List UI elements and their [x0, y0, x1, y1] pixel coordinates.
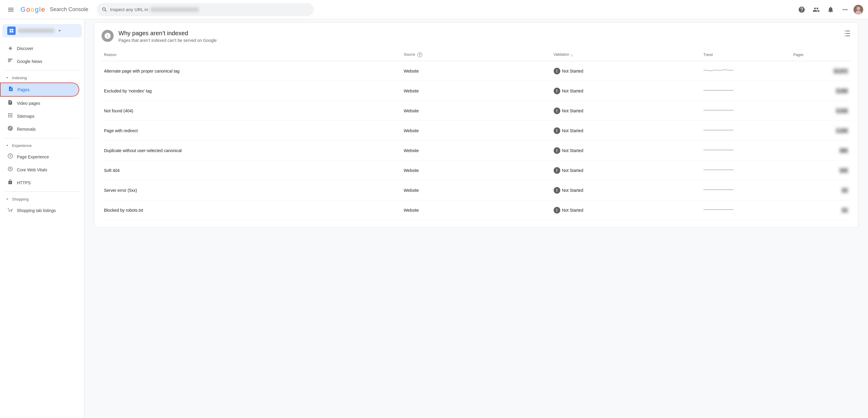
- google-logo: Google: [21, 6, 45, 13]
- cell-reason: Not found (404): [101, 101, 401, 121]
- svg-rect-9: [8, 61, 11, 61]
- sidebar-item-page-experience[interactable]: Page Experience: [0, 150, 79, 163]
- validation-label: Not Started: [562, 89, 584, 93]
- cell-pages: 41,671: [791, 61, 851, 81]
- video-pages-icon: [7, 100, 13, 107]
- validation-label: Not Started: [562, 69, 584, 73]
- svg-rect-4: [12, 29, 13, 30]
- menu-button[interactable]: [5, 4, 17, 15]
- sidebar-item-core-web-vitals[interactable]: Core Web Vitals: [0, 163, 79, 176]
- indexing-section-label: Indexing: [12, 75, 27, 80]
- google-news-label: Google News: [17, 59, 42, 64]
- validation-label: Not Started: [562, 148, 584, 153]
- cell-trend: [701, 161, 791, 181]
- validation-status-icon: !: [554, 207, 560, 214]
- cell-pages: 540: [791, 161, 851, 181]
- pages-value: 41,671: [833, 68, 848, 74]
- table-row[interactable]: Not found (404)Website!Not Started3,100: [101, 101, 851, 121]
- cell-trend: [701, 81, 791, 101]
- cell-source: Website: [401, 161, 551, 181]
- accounts-button[interactable]: [810, 4, 822, 15]
- sidebar-item-shopping-tab[interactable]: Shopping tab listings: [0, 204, 79, 217]
- table-row[interactable]: Soft 404Website!Not Started540: [101, 161, 851, 181]
- sitemaps-label: Sitemaps: [17, 114, 34, 119]
- validation-status-icon: !: [554, 88, 560, 94]
- table-row[interactable]: Alternate page with proper canonical tag…: [101, 61, 851, 81]
- validation-label: Not Started: [562, 108, 584, 113]
- sort-down-icon: ↓: [571, 53, 573, 57]
- cell-trend: [701, 141, 791, 161]
- page-experience-icon: [7, 153, 13, 160]
- cell-trend: [701, 181, 791, 200]
- cell-validation: !Not Started: [551, 101, 701, 121]
- cell-reason: Page with redirect: [101, 121, 401, 141]
- experience-section-header[interactable]: Experience: [0, 141, 84, 150]
- search-icon: [101, 7, 107, 13]
- validation-status-icon: !: [554, 167, 560, 174]
- sidebar-item-google-news[interactable]: Google News: [0, 55, 79, 68]
- google-news-icon: [7, 58, 13, 65]
- pages-value: 3,100: [835, 108, 848, 114]
- cell-pages: 1,200: [791, 121, 851, 141]
- sitemaps-icon: [7, 112, 13, 120]
- sidebar-item-removals[interactable]: Removals: [0, 123, 79, 135]
- cell-validation: !Not Started: [551, 121, 701, 141]
- indexing-section-header[interactable]: Indexing: [0, 73, 84, 83]
- shopping-tab-label: Shopping tab listings: [17, 208, 56, 213]
- cell-pages: 61: [791, 200, 851, 220]
- sidebar-item-discover[interactable]: ✳ Discover: [0, 42, 79, 55]
- cell-source: Website: [401, 181, 551, 200]
- table-row[interactable]: Page with redirectWebsite!Not Started1,2…: [101, 121, 851, 141]
- validation-status-icon: !: [554, 68, 560, 74]
- cell-trend: [701, 121, 791, 141]
- experience-section-label: Experience: [12, 143, 32, 148]
- user-avatar[interactable]: [854, 5, 863, 14]
- core-web-vitals-icon: [7, 166, 13, 173]
- sidebar-item-sitemaps[interactable]: Sitemaps: [0, 109, 79, 123]
- table-row[interactable]: Blocked by robots.txtWebsite!Not Started…: [101, 200, 851, 220]
- card-title: Why pages aren’t indexed: [119, 30, 217, 37]
- trend-chart: [704, 205, 734, 214]
- cell-source: Website: [401, 101, 551, 121]
- table-row[interactable]: Excluded by ‘noindex’ tagWebsite!Not Sta…: [101, 81, 851, 101]
- cell-validation: !Not Started: [551, 161, 701, 181]
- source-help-icon: ?: [417, 53, 422, 57]
- cell-reason: Soft 404: [101, 161, 401, 181]
- removals-label: Removals: [17, 127, 36, 132]
- shopping-section-header[interactable]: Shopping: [0, 194, 84, 204]
- cell-reason: Alternate page with proper canonical tag: [101, 61, 401, 81]
- experience-collapse-icon: [5, 143, 10, 148]
- pages-value: 540: [839, 167, 848, 173]
- col-header-source[interactable]: Source ?: [401, 49, 551, 61]
- cell-source: Website: [401, 61, 551, 81]
- col-header-validation[interactable]: Validation ↓: [551, 49, 701, 61]
- sidebar-item-video-pages[interactable]: Video pages: [0, 97, 79, 109]
- notifications-button[interactable]: [825, 4, 837, 15]
- filter-button[interactable]: [844, 30, 851, 38]
- col-header-pages: Pages: [791, 49, 851, 61]
- trend-chart: [704, 86, 734, 95]
- search-bar[interactable]: Inspect any URL in: [97, 3, 314, 16]
- shopping-section-label: Shopping: [12, 197, 29, 201]
- property-dropdown-icon: [57, 28, 63, 34]
- sidebar-item-pages[interactable]: Pages: [0, 83, 79, 97]
- validation-status-icon: !: [554, 147, 560, 154]
- table-container: Reason Source ? Validation ↓ Trend: [94, 49, 858, 227]
- help-button[interactable]: [796, 4, 808, 15]
- discover-label: Discover: [17, 46, 33, 51]
- cell-source: Website: [401, 81, 551, 101]
- trend-chart: [704, 66, 734, 75]
- cell-source: Website: [401, 200, 551, 220]
- sidebar-item-https[interactable]: HTTPS: [0, 176, 79, 189]
- svg-rect-8: [8, 60, 11, 61]
- validation-status-icon: !: [554, 127, 560, 134]
- validation-label: Not Started: [562, 168, 584, 173]
- cell-source: Website: [401, 141, 551, 161]
- apps-button[interactable]: [839, 4, 851, 15]
- table-row[interactable]: Server error (5xx)Website!Not Started82: [101, 181, 851, 200]
- property-icon: [7, 27, 16, 35]
- svg-rect-6: [12, 31, 13, 33]
- property-selector[interactable]: [2, 24, 82, 37]
- pages-value: 5,280: [835, 88, 848, 94]
- table-row[interactable]: Duplicate without user-selected canonica…: [101, 141, 851, 161]
